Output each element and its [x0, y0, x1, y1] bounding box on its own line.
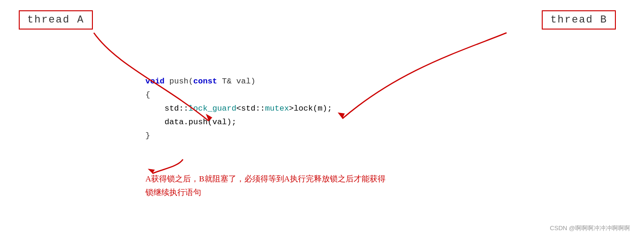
close-brace: } — [145, 131, 150, 140]
open-brace: { — [145, 90, 150, 99]
code-line-5: } — [145, 129, 332, 143]
code-template-open: <std:: — [236, 104, 265, 113]
fn-param: T& val) — [217, 77, 256, 86]
keyword-const: const — [193, 77, 217, 86]
mutex-type: mutex — [265, 104, 289, 113]
code-indent: std:: — [145, 104, 189, 113]
thread-a-label: thread A — [19, 10, 93, 30]
lock-guard: lock_guard — [189, 104, 236, 113]
annotation-line-2: 锁继续执行语句 — [145, 186, 386, 200]
annotation-text: A获得锁之后，B就阻塞了，必须得等到A执行完释放锁之后才能获得 锁继续执行语句 — [145, 172, 386, 200]
code-line-1: void push(const T& val) — [145, 75, 332, 89]
keyword-void: void — [145, 77, 165, 86]
watermark: CSDN @啊啊啊冲冲冲啊啊啊 — [550, 224, 630, 232]
fn-push: push( — [169, 77, 193, 86]
code-line-2: { — [145, 89, 332, 102]
code-lock-call: >lock(m); — [289, 104, 332, 113]
thread-b-label: thread B — [542, 10, 616, 30]
code-block: void push(const T& val) { std::lock_guar… — [145, 75, 332, 142]
code-push: data.push(val); — [145, 118, 236, 127]
annotation-line-1: A获得锁之后，B就阻塞了，必须得等到A执行完释放锁之后才能获得 — [145, 172, 386, 186]
code-line-4: data.push(val); — [145, 116, 332, 129]
svg-marker-1 — [338, 112, 345, 119]
code-line-3: std::lock_guard<std::mutex>lock(m); — [145, 102, 332, 116]
